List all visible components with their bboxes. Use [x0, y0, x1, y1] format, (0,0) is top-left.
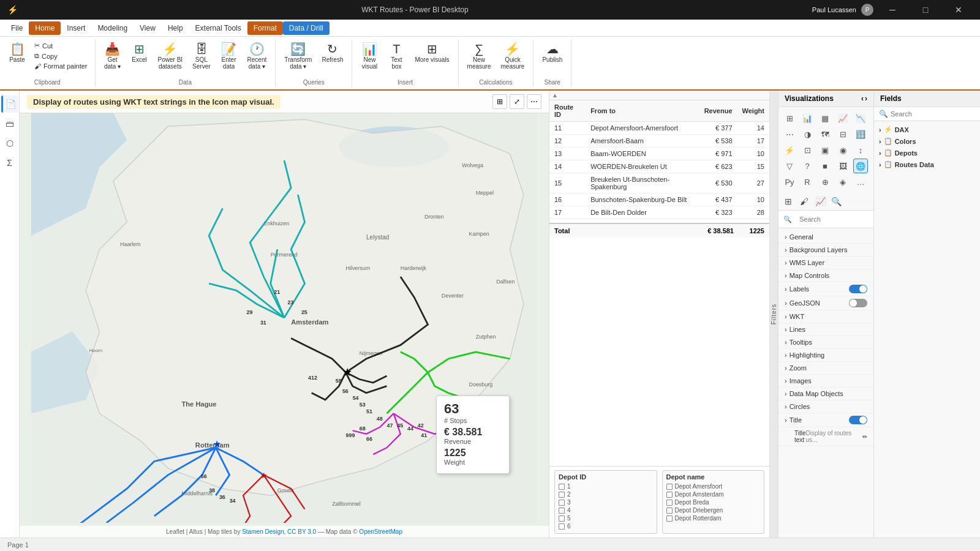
col-weight[interactable]: Weight	[737, 100, 769, 122]
viz-icon-card[interactable]: 🔢	[853, 127, 868, 141]
sidebar-data-icon[interactable]: 🗃	[1, 115, 18, 132]
depot-name-item[interactable]: Depot Breda	[666, 499, 761, 506]
menu-modeling[interactable]: Modeling	[91, 21, 134, 35]
sql-button[interactable]: 🗄 SQLServer	[189, 40, 214, 72]
publish-button[interactable]: ☁ Publish	[538, 40, 566, 66]
viz-icon-pie[interactable]: ◑	[800, 127, 815, 141]
depot-name-checkbox[interactable]	[666, 515, 673, 522]
depot-id-item[interactable]: 5	[559, 515, 653, 522]
osm-link[interactable]: OpenStreetMap	[359, 528, 402, 535]
paste-button[interactable]: 📋 Paste	[5, 40, 29, 66]
format-painter-button[interactable]: 🖌 Format painter	[32, 61, 90, 71]
menu-external-tools[interactable]: External Tools	[189, 21, 247, 35]
field-group-dax[interactable]: › ⚡ DAX	[874, 124, 980, 135]
col-revenue[interactable]: Revenue	[699, 100, 737, 122]
prop-circles[interactable]: › Circles	[778, 400, 873, 413]
viz-icon-custom2[interactable]: ◈	[835, 174, 850, 189]
title-toggle[interactable]	[849, 416, 867, 424]
map-filter-button[interactable]: ⊞	[492, 94, 507, 109]
prop-general[interactable]: › General	[778, 231, 873, 244]
viz-icon-table[interactable]: ⊞	[782, 111, 797, 126]
refresh-button[interactable]: ↻ Refresh	[318, 40, 347, 66]
depot-id-item[interactable]: 6	[559, 523, 653, 530]
filter-tab-format[interactable]: 🖌	[797, 194, 812, 209]
prop-highlighting[interactable]: › Highlighting	[778, 349, 873, 362]
depot-id-checkbox[interactable]	[559, 492, 565, 498]
title-text-edit-icon[interactable]: ✏	[862, 433, 867, 440]
table-row[interactable]: 13 Baarn-WOERDEN € 971 10	[549, 148, 769, 160]
col-from-to[interactable]: From to	[586, 100, 699, 122]
cut-button[interactable]: ✂ Cut	[32, 40, 90, 51]
viz-icon-more[interactable]: …	[853, 174, 868, 189]
table-row[interactable]: 16 Bunschoten-Spakenburg-De Bilt € 437 1…	[549, 193, 769, 206]
depot-name-item[interactable]: Depot Rotterdam	[666, 515, 761, 522]
prop-zoom[interactable]: › Zoom	[778, 362, 873, 375]
table-row[interactable]: 12 Amersfoort-Baarn € 538 17	[549, 135, 769, 148]
viz-icon-waterfall[interactable]: ↕	[853, 143, 868, 157]
viz-icon-qna[interactable]: ?	[800, 159, 815, 173]
viz-icon-slicer[interactable]: ⊡	[800, 143, 815, 157]
sidebar-model-icon[interactable]: ⬡	[1, 135, 18, 152]
filter-tab-search[interactable]: 🔍	[829, 194, 843, 209]
prop-wms[interactable]: › WMS Layer	[778, 257, 873, 269]
viz-icon-kpi[interactable]: ⚡	[782, 143, 797, 157]
viz-icon-r[interactable]: R	[800, 174, 815, 189]
enter-data-button[interactable]: 📝 Enterdata	[217, 40, 241, 72]
geojson-toggle[interactable]	[849, 299, 867, 307]
table-row[interactable]: 17 De Bilt-Den Dolder € 323 28	[549, 206, 769, 219]
menu-file[interactable]: File	[5, 21, 29, 35]
prop-map-controls[interactable]: › Map Controls	[778, 269, 873, 282]
depot-name-checkbox[interactable]	[666, 500, 673, 506]
viz-icon-treemap[interactable]: ▣	[818, 143, 832, 157]
prop-labels[interactable]: › Labels	[778, 282, 873, 296]
field-group-colors[interactable]: › 📋 Colors	[874, 135, 980, 147]
prop-images[interactable]: › Images	[778, 375, 873, 388]
new-measure-button[interactable]: ∑ Newmeasure	[464, 40, 495, 72]
viz-icon-area[interactable]: 📉	[853, 111, 868, 126]
menu-home[interactable]: Home	[29, 21, 61, 35]
map-more-button[interactable]: ⋯	[527, 94, 541, 109]
viz-icon-line[interactable]: 📈	[835, 111, 850, 126]
table-scroll[interactable]: Route ID From to Revenue Weight 11 Depot…	[549, 100, 769, 223]
viz-icon-scatter[interactable]: ⋯	[782, 127, 797, 141]
depot-name-checkbox[interactable]	[666, 484, 673, 490]
nav-next[interactable]: ›	[865, 94, 867, 103]
viz-icon-python[interactable]: Py	[782, 174, 797, 189]
depot-id-checkbox[interactable]	[559, 523, 565, 530]
prop-lines[interactable]: › Lines	[778, 323, 873, 336]
excel-button[interactable]: ⊞ Excel	[127, 40, 152, 66]
viz-icon-gauge[interactable]: ◉	[835, 143, 850, 157]
depot-name-item[interactable]: Depot Driebergen	[666, 507, 761, 514]
menu-help[interactable]: Help	[162, 21, 189, 35]
nav-prev[interactable]: ‹	[861, 94, 864, 103]
filters-toggle[interactable]: Filters	[769, 91, 778, 538]
fields-search-input[interactable]	[891, 110, 975, 118]
table-row[interactable]: 14 WOERDEN-Breukelen Ut € 623 15	[549, 160, 769, 173]
prop-data-map[interactable]: › Data Map Objects	[778, 388, 873, 400]
recent-data-button[interactable]: 🕐 Recentdata ▾	[244, 40, 271, 72]
minimize-button[interactable]: ─	[878, 0, 907, 20]
table-row[interactable]: 15 Breukelen Ut-Bunschoten-Spakenburg € …	[549, 173, 769, 193]
viz-icon-funnel[interactable]: ▽	[782, 159, 797, 173]
map-container[interactable]: Lelystad Harderwijk Deventer Kampen Dron…	[20, 113, 549, 523]
depot-id-checkbox[interactable]	[559, 484, 565, 490]
powerbi-datasets-button[interactable]: ⚡ Power BIdatasets	[154, 40, 187, 72]
viz-icon-image[interactable]: 🖼	[835, 159, 850, 173]
depot-id-checkbox[interactable]	[559, 515, 565, 522]
new-visual-button[interactable]: 📊 Newvisual	[357, 40, 382, 72]
table-row[interactable]: 11 Depot Amersfoort-Amersfoort € 377 14	[549, 122, 769, 135]
viz-icon-matrix[interactable]: ⊟	[835, 127, 850, 141]
copy-button[interactable]: ⧉ Copy	[32, 51, 90, 61]
menu-insert[interactable]: Insert	[61, 21, 91, 35]
depot-id-item[interactable]: 2	[559, 491, 653, 498]
depot-name-item[interactable]: Depot Amsterdam	[666, 491, 761, 498]
sidebar-dax-icon[interactable]: Σ	[1, 154, 18, 171]
viz-icon-map[interactable]: 🗺	[818, 127, 832, 141]
field-group-depots[interactable]: › 📋 Depots	[874, 147, 980, 159]
field-group-routes[interactable]: › 📋 Routes Data	[874, 159, 980, 170]
filter-tab-build[interactable]: ⊞	[781, 194, 796, 209]
viz-icon-bar[interactable]: 📊	[800, 111, 815, 126]
map-fullscreen-button[interactable]: ⤢	[510, 94, 524, 109]
depot-name-checkbox[interactable]	[666, 492, 673, 498]
depot-id-checkbox[interactable]	[559, 500, 565, 506]
